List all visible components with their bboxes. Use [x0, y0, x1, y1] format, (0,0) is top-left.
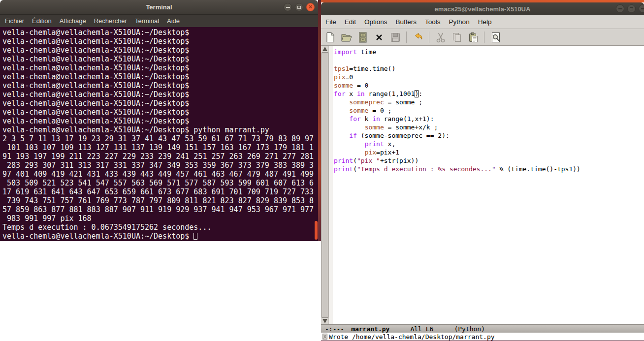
close-icon: ×	[309, 4, 312, 10]
emacs-menubar: FileEditOptionsBuffersToolsPythonHelp	[321, 15, 644, 29]
terminal-line: vella-chemla@vellachemla-X510UA:~/Deskto…	[2, 72, 318, 81]
copy-pages-icon	[451, 32, 462, 43]
copy-button[interactable]	[450, 31, 463, 44]
emacs-modeline: -:--- marrant.py All L6 (Python)	[321, 324, 644, 333]
paste-button[interactable]	[466, 31, 480, 44]
open-folder-icon	[341, 32, 353, 43]
terminal-line: Temps d execution : 0.0673549175262 seco…	[2, 223, 318, 232]
close-x-icon	[375, 33, 384, 42]
maximize-icon	[630, 7, 633, 10]
terminal-line: 57 859 863 877 881 883 887 907 911 919 9…	[2, 205, 318, 214]
terminal-line: 97 401 409 419 421 431 433 439 443 449 4…	[2, 170, 318, 179]
emacs-left-fringe	[329, 46, 333, 324]
code-line: if (somme-sommeprec == 2):	[334, 131, 644, 140]
code-line: pix=pix+1	[334, 148, 644, 156]
new-file-icon	[325, 32, 336, 43]
emacs-minibuffer[interactable]: Wrote /home/vella-chemla/Desktop/marrant…	[321, 333, 644, 341]
search-icon	[490, 32, 501, 43]
code-line: somme = 0 ;	[334, 106, 644, 115]
undo-arrow-icon	[413, 32, 423, 43]
terminal-line: 983 991 997 pix 168	[2, 214, 318, 223]
terminal-menubar: FichierÉditionAffichageRechercherTermina…	[0, 15, 318, 27]
terminal-line: 17 619 631 641 643 647 653 659 661 673 6…	[2, 187, 318, 196]
menu-item-file[interactable]: File	[325, 18, 336, 26]
terminal-line: vella-chemla@vellachemla-X510UA:~/Deskto…	[2, 108, 318, 117]
menu-item-options[interactable]: Options	[364, 18, 387, 26]
save-button[interactable]	[388, 31, 402, 44]
minimize-icon	[618, 8, 622, 9]
emacs-scrollbar[interactable]	[321, 46, 329, 324]
menu-item-help[interactable]: Help	[478, 18, 492, 26]
menu-item-affichage[interactable]: Affichage	[60, 17, 86, 25]
terminal-line: 283 293 307 311 313 317 331 337 347 349 …	[2, 161, 318, 170]
file-cabinet-icon	[358, 32, 368, 43]
code-line: tps1=time.time()	[334, 64, 644, 73]
code-line	[334, 56, 644, 64]
scissors-icon	[436, 32, 446, 43]
maximize-button[interactable]	[627, 4, 636, 13]
terminal-line: 2 3 5 7 11 13 17 19 23 29 31 37 41 43 47…	[2, 134, 318, 143]
emacs-scrollbar-thumb[interactable]	[322, 52, 328, 318]
maximize-button[interactable]	[295, 3, 303, 11]
modeline-major-mode: (Python)	[454, 325, 485, 333]
code-line: import time	[334, 48, 644, 56]
new-file-button[interactable]	[323, 31, 337, 44]
terminal-line: vella-chemla@vellachemla-X510UA:~/Deskto…	[2, 125, 318, 134]
terminal-line: 739 743 751 757 761 769 773 787 797 809 …	[2, 196, 318, 205]
menu-item-buffers[interactable]: Buffers	[396, 18, 417, 26]
terminal-screen[interactable]: vella-chemla@vellachemla-X510UA:~/Deskto…	[0, 27, 318, 241]
menu-item--dition[interactable]: Édition	[32, 17, 52, 25]
code-line: for x in range(1,1001):	[334, 90, 644, 98]
terminal-line: vella-chemla@vellachemla-X510UA:~/Deskto…	[2, 28, 318, 37]
emacs-body: import timetps1=time.time()pix=0somme = …	[321, 46, 644, 324]
terminal-line: 91 193 197 199 211 223 227 229 233 239 2…	[2, 152, 318, 161]
close-button[interactable]	[639, 4, 644, 13]
menu-item-terminal[interactable]: Terminal	[135, 17, 159, 25]
terminal-titlebar: Terminal ×	[0, 0, 318, 15]
close-icon	[641, 8, 644, 9]
undo-button[interactable]	[411, 31, 424, 44]
menu-item-fichier[interactable]: Fichier	[5, 17, 24, 25]
terminal-line: vella-chemla@vellachemla-X510UA:~/Deskto…	[2, 232, 318, 241]
menu-item-python[interactable]: Python	[449, 18, 470, 26]
code-line: for k in range(1,x+1):	[334, 115, 644, 123]
terminal-line: vella-chemla@vellachemla-X510UA:~/Deskto…	[2, 117, 318, 125]
terminal-line: 503 509 521 523 541 547 557 563 569 571 …	[2, 179, 318, 187]
minibuffer-grip-icon	[321, 333, 329, 341]
terminal-scrollbar-thumb[interactable]	[315, 221, 318, 240]
search-button[interactable]	[489, 31, 502, 44]
menu-item-rechercher[interactable]: Rechercher	[94, 17, 127, 25]
terminal-line: vella-chemla@vellachemla-X510UA:~/Deskto…	[2, 90, 318, 99]
scroll-down-arrow-icon[interactable]	[322, 319, 327, 323]
emacs-title: emacs25@vellachemla-X510UA	[435, 5, 531, 13]
terminal-line: vella-chemla@vellachemla-X510UA:~/Deskto…	[2, 55, 318, 63]
menu-item-tools[interactable]: Tools	[425, 18, 441, 26]
emacs-toolbar	[321, 29, 644, 46]
terminal-cursor	[193, 233, 197, 240]
dired-button[interactable]	[356, 31, 369, 44]
terminal-window-buttons: ×	[284, 3, 315, 11]
terminal-title: Terminal	[146, 3, 172, 11]
modeline-buffer-name: marrant.py	[351, 325, 389, 333]
cut-button[interactable]	[434, 31, 447, 44]
open-folder-button[interactable]	[340, 31, 353, 44]
menu-item-edit[interactable]: Edit	[345, 18, 356, 26]
code-line: somme = 0	[334, 81, 644, 90]
minimize-button[interactable]	[284, 3, 292, 11]
toolbar-separator	[406, 31, 407, 43]
desktop: Terminal × FichierÉditionAffichageRecher…	[0, 0, 644, 341]
modeline-coding: -:---	[325, 325, 344, 333]
emacs-titlebar: emacs25@vellachemla-X510UA	[321, 2, 644, 15]
terminal-lines: vella-chemla@vellachemla-X510UA:~/Deskto…	[2, 28, 318, 241]
emacs-window: emacs25@vellachemla-X510UA FileEditOptio…	[321, 0, 644, 341]
minimize-button[interactable]	[616, 4, 624, 13]
emacs-code[interactable]: import timetps1=time.time()pix=0somme = …	[333, 46, 644, 324]
scroll-up-arrow-icon[interactable]	[322, 47, 327, 51]
toolbar-separator	[429, 31, 429, 43]
close-button[interactable]: ×	[306, 3, 315, 11]
terminal-line: vella-chemla@vellachemla-X510UA:~/Deskto…	[2, 37, 318, 46]
terminal-line: 101 103 107 109 113 127 131 137 139 149 …	[2, 143, 318, 152]
close-buffer-button[interactable]	[372, 31, 386, 44]
menu-item-aide[interactable]: Aide	[167, 17, 180, 25]
modeline-position: All L6	[410, 325, 433, 333]
